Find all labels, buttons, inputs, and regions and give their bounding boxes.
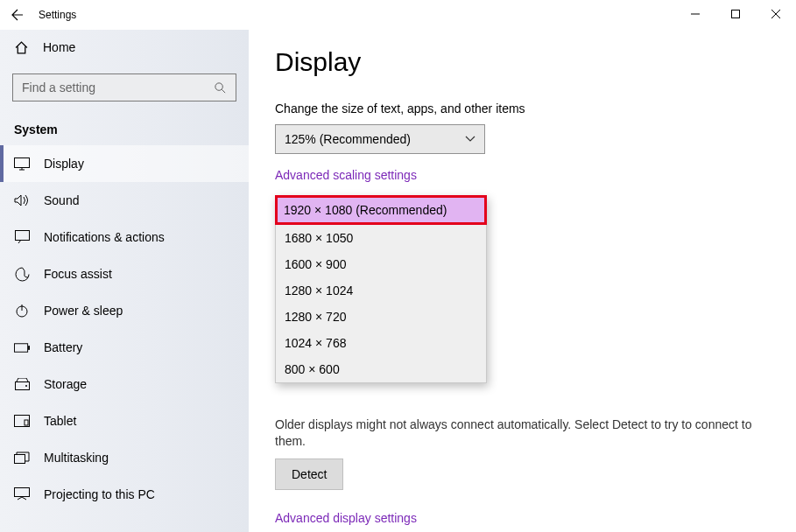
search-input[interactable]: Find a setting [12,74,236,102]
sidebar-item-power-sleep[interactable]: Power & sleep [0,292,249,329]
nav-label: Tablet [44,414,76,428]
resolution-option[interactable]: 1024 × 768 [276,330,486,356]
svg-point-1 [215,83,222,90]
resolution-option[interactable]: 1680 × 1050 [276,225,486,251]
minimize-icon [691,10,700,18]
svg-rect-12 [15,488,30,497]
nav-label: Notifications & actions [44,230,165,244]
sidebar-item-tablet[interactable]: Tablet [0,402,249,439]
sound-icon [14,193,30,207]
nav-label: Projecting to this PC [44,487,155,501]
sidebar-item-focus-assist[interactable]: Focus assist [0,256,249,292]
resolution-option[interactable]: 1280 × 720 [276,304,486,330]
svg-rect-10 [25,420,28,425]
display-icon [14,158,30,171]
nav-label: Display [44,157,84,171]
power-icon [14,304,30,318]
sidebar-item-projecting[interactable]: Projecting to this PC [0,476,249,513]
nav-label: Sound [44,193,79,207]
notifications-icon [14,230,30,244]
back-button[interactable] [0,0,35,30]
focus-assist-icon [14,267,30,282]
search-icon [214,81,227,94]
resolution-option[interactable]: 1920 × 1080 (Recommended) [275,195,487,225]
chevron-down-icon [465,136,475,143]
app-title: Settings [39,9,76,21]
nav-label: Power & sleep [44,304,123,318]
home-icon [14,40,29,55]
storage-icon [14,378,30,390]
svg-rect-0 [732,10,740,18]
nav-label: Storage [44,377,87,391]
detect-button[interactable]: Detect [275,458,343,490]
sidebar-item-battery[interactable]: Battery [0,329,249,366]
resolution-option[interactable]: 1600 × 900 [276,251,486,277]
projecting-icon [14,487,30,501]
scale-label: Change the size of text, apps, and other… [275,102,770,116]
advanced-scaling-link[interactable]: Advanced scaling settings [275,168,417,182]
svg-point-8 [25,385,27,387]
close-button[interactable] [756,0,796,28]
nav-label: Focus assist [44,267,112,281]
window-controls [675,0,796,28]
sidebar-item-notifications[interactable]: Notifications & actions [0,219,249,256]
sidebar-item-storage[interactable]: Storage [0,366,249,402]
sidebar-item-multitasking[interactable]: Multitasking [0,439,249,476]
page-title: Display [275,47,770,77]
nav-label: Battery [44,340,82,354]
search-placeholder: Find a setting [22,80,95,94]
resolution-option[interactable]: 1280 × 1024 [276,277,486,304]
battery-icon [14,343,30,353]
svg-rect-6 [28,346,30,350]
svg-rect-2 [15,158,30,167]
close-icon [771,10,780,18]
nav-label: Multitasking [44,451,109,465]
maximize-button[interactable] [715,0,756,28]
scale-dropdown[interactable]: 125% (Recommended) [275,124,485,154]
body: Home Find a setting System Display Sound… [0,30,796,532]
scale-value: 125% (Recommended) [285,132,411,146]
sidebar: Home Find a setting System Display Sound… [0,30,249,532]
settings-window: Settings Home Find a setting System Disp… [0,0,796,532]
svg-rect-5 [14,343,27,351]
svg-rect-7 [15,382,29,390]
resolution-option[interactable]: 800 × 600 [276,356,486,382]
titlebar: Settings [0,0,796,30]
maximize-icon [731,10,740,18]
svg-rect-3 [15,231,29,241]
detect-text: Older displays might not always connect … [275,416,770,450]
svg-rect-11 [15,455,25,464]
advanced-display-link[interactable]: Advanced display settings [275,511,417,525]
main-content: Display Change the size of text, apps, a… [249,30,796,532]
resolution-dropdown-list: 1920 × 1080 (Recommended) 1680 × 1050 16… [275,195,487,383]
sidebar-section: System [0,114,249,145]
minimize-button[interactable] [675,0,715,28]
sidebar-home-label: Home [43,40,75,54]
tablet-icon [14,415,30,427]
multitasking-icon [14,452,30,464]
arrow-left-icon [11,8,25,22]
sidebar-item-display[interactable]: Display [0,145,249,182]
sidebar-item-sound[interactable]: Sound [0,182,249,219]
sidebar-home[interactable]: Home [0,30,249,65]
